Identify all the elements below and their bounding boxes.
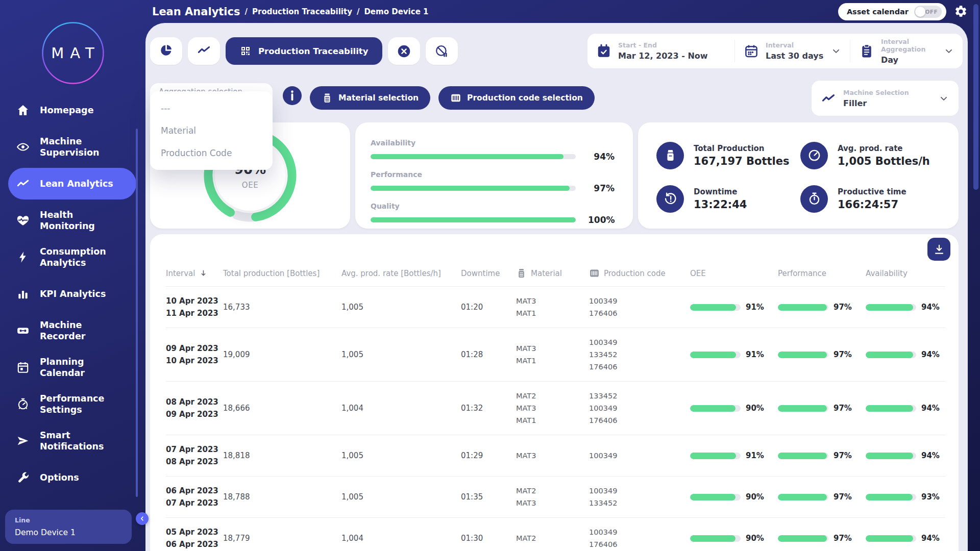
trend-view-button[interactable] [188,37,220,65]
material-selection-button[interactable]: Material selection [310,86,430,110]
sidebar-item[interactable]: Health Monitoring [8,205,136,236]
sidebar-item[interactable]: Consumption Analytics [8,241,136,273]
sidebar-item-label: Machine Supervision [40,136,99,158]
sidebar-item[interactable]: Options [8,462,136,493]
clear-view-button[interactable] [388,37,420,65]
device-type-label: Line [15,516,122,524]
aggregation-dropdown-option[interactable]: Production Code [150,142,273,164]
cell-total-production: 18,666 [223,404,341,413]
info-icon [283,86,302,105]
sidebar-item[interactable]: Lean Analytics [8,168,136,199]
download-button[interactable] [927,238,950,261]
asset-calendar-toggle-pill[interactable]: Asset calendar OFF [838,3,946,20]
machine-selection-select[interactable]: Machine Selection Filler [812,81,959,116]
cell-materials: MAT2MAT3MAT1 [516,390,589,427]
production-code-selection-button[interactable]: Production code selection [438,86,595,110]
table-header-row: Interval Total production [Bottles] Avg.… [166,268,945,287]
stat-value: 1,005 Bottles/h [838,155,930,167]
kpi-bar-label: Quality [371,202,615,210]
cell-production-codes: 100349176406 [589,526,690,550]
production-traceability-tab[interactable]: Production Traceability [226,37,382,65]
stat-value: 13:22:44 [694,198,747,211]
interval-aggregation-selector[interactable]: Interval Aggregation Day [850,40,963,62]
cell-downtime: 01:35 [461,492,516,502]
cell-avg-prod-rate: 1,005 [341,492,461,502]
sidebar-item-label: Consumption Analytics [40,246,106,268]
wrench-icon [16,471,30,484]
asset-calendar-switch[interactable]: OFF [914,6,942,18]
aggregation-dropdown-option[interactable]: --- [150,97,273,119]
kpi-bar-fill [371,186,570,191]
device-name: Demo Device 1 [15,528,122,537]
kpi-bar-fill [371,217,576,222]
cell-total-production: 18,788 [223,492,341,502]
calendar-icon [16,361,30,374]
kpi-bar-row: 100% [371,215,615,225]
sidebar-collapse-button[interactable] [136,512,149,525]
page-scrollbar[interactable] [973,4,978,190]
device-card[interactable]: Line Demo Device 1 [5,510,132,544]
downtime-icon [656,185,684,213]
pie-chart-view-button[interactable] [150,37,182,65]
x-circle-icon [397,44,411,58]
calendar-icon [744,43,759,59]
info-button[interactable] [283,86,302,105]
asset-calendar-label: Asset calendar [847,8,909,16]
breadcrumb-device[interactable]: Demo Device 1 [364,7,428,16]
sidebar-item-label: KPI Analytics [40,288,106,299]
qr-code-icon [239,45,252,57]
aggregation-dropdown-option[interactable]: Material [150,119,273,142]
table-body: 10 Apr 202311 Apr 2023 16,733 1,005 01:2… [166,287,945,551]
home-icon [16,104,30,117]
sidebar-item[interactable]: Performance Settings [8,388,136,420]
cell-avg-prod-rate: 1,005 [341,350,461,359]
cell-oee: 90% [690,492,778,502]
aggregation-selection-select[interactable]: Aggregation selection --- Material Produ… [150,83,273,110]
stat-label: Downtime [694,187,747,196]
sidebar-item[interactable]: Smart Notifications [8,425,136,457]
kpi-bar-fill [371,154,564,159]
sidebar-item[interactable]: KPI Analytics [8,278,136,310]
traceability-table-card: Interval Total production [Bottles] Avg.… [150,234,959,551]
sidebar-item[interactable]: Machine Supervision [8,131,136,163]
interval-selector[interactable]: Interval Last 30 days [734,40,850,62]
col-total-production: Total production [Bottles] [223,269,341,278]
no-chart-icon [435,44,449,58]
app-root: MAT Homepage Machine Supervision Lean An… [0,0,980,551]
cell-total-production: 19,009 [223,350,341,359]
recorder-icon [16,324,30,337]
interval-aggregation-label: Interval Aggregation [881,38,937,53]
col-performance: Performance [778,269,866,278]
cell-materials: MAT2MAT3 [516,485,589,509]
hide-chart-button[interactable] [426,37,458,65]
cell-downtime: 01:32 [461,404,516,413]
start-end-selector[interactable]: Start - End Mar 12, 2023 - Now [587,40,734,62]
table-row: 10 Apr 202311 Apr 2023 16,733 1,005 01:2… [166,287,945,328]
cell-performance: 97% [778,303,866,312]
interval-label: Interval [766,41,823,49]
breadcrumb-section[interactable]: Production Traceability [252,7,352,16]
aggregation-dropdown-popup: --- Material Production Code [150,91,273,170]
mat-logo: MAT [41,21,105,85]
sort-descending-icon[interactable] [199,269,208,278]
sidebar-item-label: Performance Settings [40,393,104,415]
cell-availability: 94% [866,350,945,359]
breadcrumb-separator: / [245,7,248,16]
table-row: 05 Apr 202306 Apr 2023 18,779 1,004 01:3… [166,518,945,551]
main-area: Lean Analytics / Production Traceability… [145,0,980,551]
sidebar-item[interactable]: Planning Calendar [8,352,136,383]
col-avg-prod-rate: Avg. prod. rate [Bottles/h] [341,269,461,278]
sidebar-item[interactable]: Homepage [8,94,136,126]
cell-interval: 06 Apr 202307 Apr 2023 [166,485,223,509]
cell-total-production: 16,733 [223,303,341,312]
cell-performance: 97% [778,492,866,502]
cell-materials: MAT3MAT1 [516,342,589,367]
stats-card: Total Production 167,197 Bottles Avg. pr… [638,122,959,229]
cell-total-production: 18,818 [223,451,341,460]
settings-gear-icon[interactable] [954,5,968,18]
cell-production-codes: 100349176406 [589,295,690,319]
sidebar-scrollbar[interactable] [136,129,138,497]
chevron-down-icon [831,46,841,56]
col-interval[interactable]: Interval [166,269,223,278]
sidebar-item[interactable]: Machine Recorder [8,315,136,346]
